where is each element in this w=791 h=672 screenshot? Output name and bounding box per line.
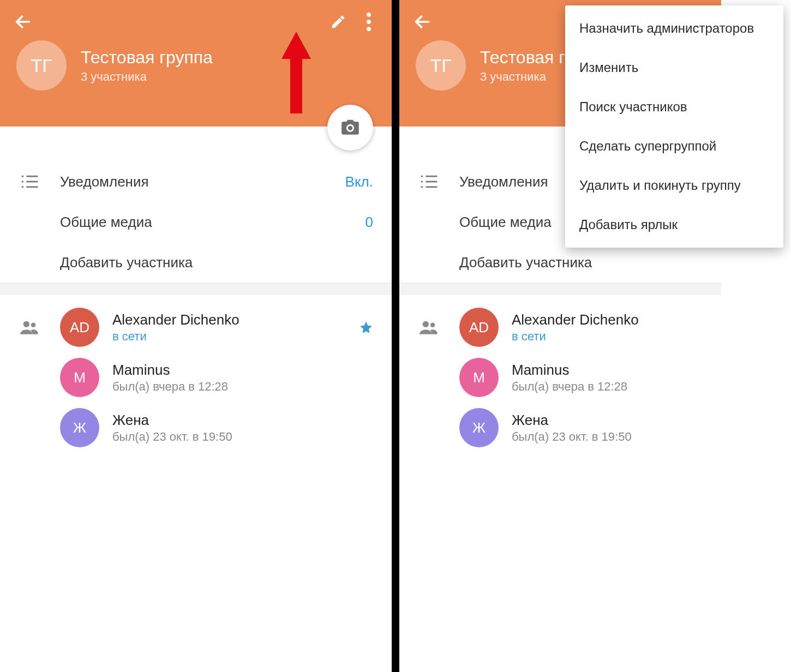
notifications-value: Вкл. [345,173,373,190]
camera-fab[interactable] [327,105,373,151]
member-status: в сети [112,329,346,344]
media-label: Общие медиа [60,214,152,231]
svg-point-10 [22,186,24,188]
svg-point-17 [421,181,423,183]
member-row[interactable]: AD Alexander Dichenko в сети [0,302,392,352]
notifications-label: Уведомления [60,173,149,190]
member-status: был(а) вчера в 12:28 [112,380,373,394]
member-name: Alexander Dichenko [112,311,346,328]
member-avatar: AD [459,308,499,347]
member-name: Жена [112,412,373,429]
media-value: 0 [365,214,373,231]
svg-point-1 [367,13,371,17]
svg-point-8 [22,181,24,183]
member-avatar: AD [60,308,99,347]
member-status: был(а) 23 окт. в 19:50 [112,430,373,444]
notifications-label: Уведомления [459,173,548,190]
screenshot-divider [392,0,399,672]
people-icon [411,320,446,334]
screen-left: ТГ Тестовая группа 3 участника [0,0,392,672]
row-notifications[interactable]: Уведомления Вкл. [0,161,392,202]
section-separator [0,283,392,295]
group-avatar[interactable]: ТГ [416,40,466,91]
menu-item-make-supergroup[interactable]: Сделать супергруппой [565,127,783,166]
member-avatar: Ж [60,408,99,447]
member-name: Maminus [112,362,373,379]
svg-point-15 [421,175,423,177]
menu-item-edit[interactable]: Изменить [565,48,783,87]
svg-point-6 [22,175,24,177]
svg-point-13 [31,323,36,328]
svg-point-3 [367,27,371,31]
member-avatar: Ж [459,408,499,447]
member-avatar: M [60,358,99,397]
menu-item-delete-leave[interactable]: Удалить и покинуть группу [565,166,783,205]
group-title: Тестовая группа [81,47,213,68]
svg-point-12 [23,321,29,327]
menu-item-add-shortcut[interactable]: Добавить ярлык [565,205,783,244]
list-icon [12,174,47,189]
member-name: Alexander Dichenko [512,311,745,328]
svg-point-2 [367,20,371,24]
header: ТГ Тестовая группа 3 участника [0,0,392,127]
menu-item-search-members[interactable]: Поиск участников [565,87,783,127]
more-button[interactable] [353,7,384,37]
overflow-menu: Назначить администраторов Изменить Поиск… [565,5,783,248]
add-member-label: Добавить участника [60,254,193,271]
people-icon [12,320,47,334]
back-button[interactable] [8,7,38,37]
row-shared-media[interactable]: Общие медиа 0 [0,202,392,242]
add-member-label: Добавить участника [459,254,592,271]
svg-point-19 [421,186,423,188]
media-label: Общие медиа [459,214,552,231]
edit-button[interactable] [323,7,353,37]
list-icon [411,174,446,189]
back-button[interactable] [407,7,438,37]
star-icon [359,320,373,334]
svg-point-4 [348,126,352,130]
group-subtitle: 3 участника [81,70,213,84]
member-avatar: M [459,358,499,397]
menu-item-assign-admins[interactable]: Назначить администраторов [565,9,783,48]
row-add-member[interactable]: Добавить участника [0,242,392,283]
svg-point-22 [430,323,435,328]
member-row[interactable]: Ж Жена был(а) 23 окт. в 19:50 [0,403,392,453]
svg-point-21 [423,321,429,327]
group-avatar[interactable]: ТГ [16,40,67,91]
member-row[interactable]: M Maminus был(а) вчера в 12:28 [0,352,392,403]
member-status: в сети [512,329,745,344]
